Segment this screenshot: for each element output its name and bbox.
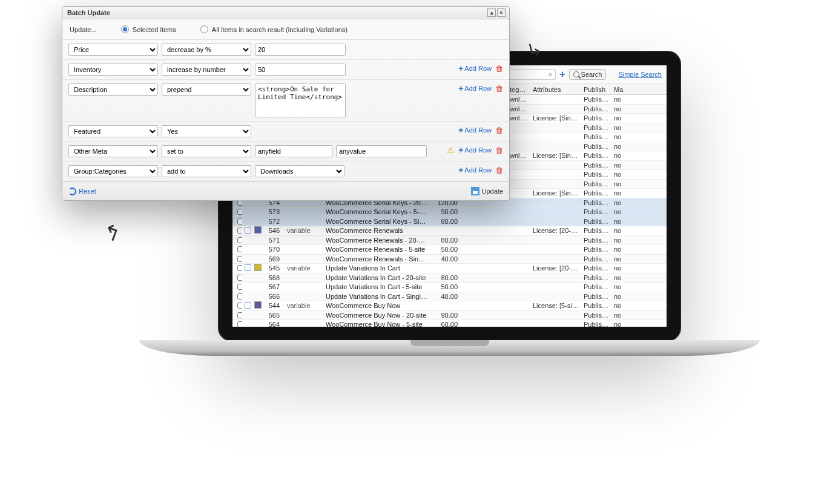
reset-button[interactable]: Reset [68,188,96,195]
table-row[interactable]: 566Update Variations In Cart - Single si… [232,292,667,302]
cell-attr: License: [Single site, [530,189,581,197]
table-row[interactable]: 546variableWooCommerce RenewalsLicense: … [232,226,667,236]
field-select[interactable]: Other Meta [68,145,158,157]
table-row[interactable]: 567Update Variations In Cart - 5-site50.… [232,283,667,292]
simple-search-link[interactable]: Simple Search [618,71,662,78]
cell-cat [499,258,530,260]
cell-sku [464,230,499,231]
rule-row: Inventory increase by number +Add Row 🗑 [62,60,509,80]
arrow-sketch-icon: ↰ [99,218,124,247]
table-row[interactable]: 570WooCommerce Renewals - 5-site50.00Pub… [232,245,667,255]
table-row[interactable]: 564WooCommerce Buy Now - 5-site60.00Publ… [232,320,667,327]
action-select[interactable]: prepend [162,83,251,96]
row-checkbox[interactable] [237,303,242,309]
row-checkbox[interactable] [237,275,242,281]
cell-name: Update Variations In Cart - Single site [323,292,430,301]
table-row[interactable]: 544variableWooCommerce Buy NowLicense: [… [232,301,667,311]
table-row[interactable]: 569WooCommerce Renewals - Single site40.… [232,255,667,264]
delete-row-icon[interactable]: 🗑 [495,126,503,135]
search-button[interactable]: Search [569,69,607,80]
table-row[interactable]: 573WooCommerce Serial Keys - 5-site90.00… [232,208,667,217]
add-row-button[interactable]: +Add Row [458,64,492,73]
field-select[interactable]: Description [68,83,158,96]
meta-key-input[interactable] [255,145,332,157]
table-row[interactable]: 545variableUpdate Variations In CartLice… [232,264,667,273]
col-attributes[interactable]: Attributes [530,85,581,94]
cell-price [430,267,464,269]
col-publish[interactable]: Publish [581,85,611,94]
delete-row-icon[interactable]: 🗑 [495,166,503,175]
field-select[interactable]: Price [68,44,158,56]
field-select[interactable]: Inventory [68,64,158,76]
delete-row-icon[interactable]: 🗑 [495,84,503,93]
clear-search-icon[interactable]: × [549,71,552,78]
table-row[interactable]: 572WooCommerce Serial Keys - Single site… [232,217,667,227]
cell-price: 50.00 [430,283,464,291]
field-select[interactable]: Featured [68,125,158,137]
value-input[interactable] [255,44,346,56]
edit-icon[interactable] [245,264,251,271]
search-icon [573,71,579,77]
cell-type [285,202,323,203]
cell-price: 80.00 [430,273,464,282]
cell-cat [499,211,530,212]
cell-attr [530,136,581,137]
row-checkbox[interactable] [237,284,242,290]
cell-sku [464,286,499,287]
row-checkbox[interactable] [237,218,242,224]
close-icon[interactable]: × [497,8,506,17]
delete-row-icon[interactable]: 🗑 [495,64,503,73]
row-checkbox[interactable] [237,227,242,234]
value-select[interactable]: Downloads [255,165,344,177]
cell-ma: no [611,208,626,216]
add-row-button[interactable]: +Add Row [458,83,492,93]
edit-icon[interactable] [245,227,251,234]
table-row[interactable]: 568Update Variations In Cart - 20-site80… [232,273,667,283]
cell-ma: no [611,255,626,263]
add-row-button[interactable]: +Add Row [458,165,492,175]
cell-ma: no [611,123,626,132]
value-textarea[interactable]: <strong>On Sale for Limited Time</strong… [255,83,346,117]
col-ma[interactable]: Ma [611,85,626,94]
cell-pub: Published [581,151,611,160]
radio-selected-items[interactable]: Selected items [121,25,176,33]
collapse-icon[interactable]: ▴ [487,8,496,17]
cell-pub: Published [581,114,611,122]
row-checkbox[interactable] [237,293,242,299]
cell-ma: no [611,198,626,207]
cell-ma: no [611,292,626,301]
row-checkbox[interactable] [237,312,242,318]
action-select[interactable]: add to [162,165,251,177]
edit-icon[interactable] [245,302,251,309]
action-select[interactable]: increase by number [162,64,251,76]
rule-row: Featured Yes +Add Row 🗑 [62,122,509,142]
row-checkbox[interactable] [237,246,242,252]
row-checkbox[interactable] [237,265,242,271]
table-row[interactable]: 565WooCommerce Buy Now - 20-site90.00Pub… [232,311,667,321]
cell-type [285,324,323,325]
add-row-button[interactable]: +Add Row [458,125,492,135]
row-checkbox[interactable] [237,209,242,215]
update-button[interactable]: Update [471,187,503,195]
add-icon[interactable]: + [559,69,565,80]
cell-ma: no [611,226,626,235]
add-row-button[interactable]: +Add Row [458,145,492,155]
row-checkbox[interactable] [237,237,242,243]
cell-pub: Published [581,95,611,103]
value-input[interactable] [255,64,346,76]
dialog-titlebar[interactable]: Batch Update ▴ × [62,7,509,19]
row-checkbox[interactable] [237,321,242,327]
row-checkbox[interactable] [237,256,242,262]
cell-cat [499,296,530,297]
radio-all-items[interactable]: All items in search result (including Va… [200,25,348,33]
delete-row-icon[interactable]: 🗑 [495,146,503,155]
action-select[interactable]: decrease by % [162,44,251,56]
cell-name: WooCommerce Renewals - 20-site [323,236,430,244]
action-select[interactable]: Yes [162,125,251,137]
cell-name: WooCommerce Buy Now - 20-site [323,311,430,319]
cell-ma: no [611,151,626,160]
field-select[interactable]: Group:Categories [68,165,158,177]
meta-value-input[interactable] [336,145,427,157]
table-row[interactable]: 571WooCommerce Renewals - 20-site80.00Pu… [232,236,667,246]
action-select[interactable]: set to [162,145,251,157]
